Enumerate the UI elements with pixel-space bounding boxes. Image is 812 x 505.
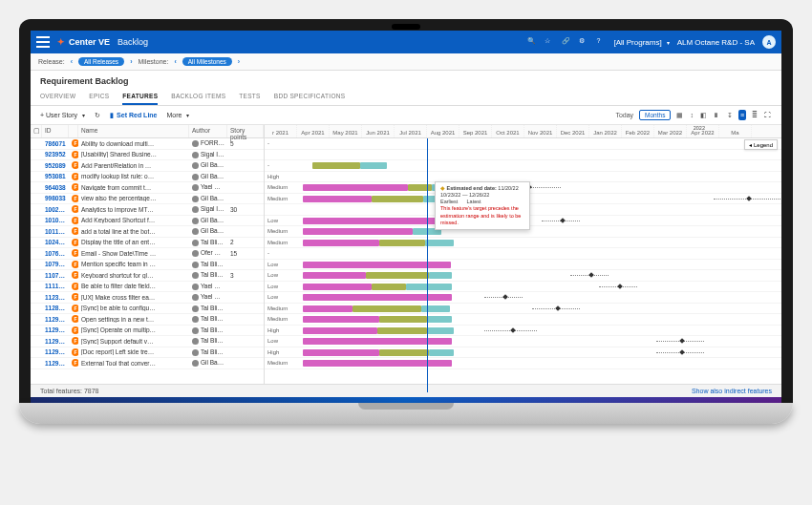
gantt-view-icon[interactable]: ≡ xyxy=(738,110,746,120)
feature-id-link[interactable]: 998033 xyxy=(42,195,69,201)
list-view-icon[interactable]: ≣ xyxy=(751,111,759,120)
feature-id-link[interactable]: 923952 xyxy=(42,151,69,158)
feature-id-link[interactable]: 1011461 xyxy=(42,228,69,235)
feature-id-link[interactable]: 952089 xyxy=(42,162,69,169)
table-row[interactable]: 923952F[Usability] Shared Busine…Sigal I… xyxy=(31,150,264,161)
gantt-bar[interactable] xyxy=(303,196,372,202)
gantt-bar[interactable] xyxy=(427,327,454,334)
link-icon[interactable]: 🔗 xyxy=(562,37,571,47)
table-row[interactable]: 998033Fview also the percentage…Gil Back… xyxy=(31,194,264,205)
gantt-bar[interactable] xyxy=(406,284,452,290)
gantt-bar[interactable] xyxy=(372,196,423,202)
export-icon[interactable]: ↧ xyxy=(726,111,734,120)
set-red-line-button[interactable]: ▮ Set Red Line xyxy=(110,112,157,119)
refresh-button[interactable]: ↻ xyxy=(95,112,100,119)
feature-id-link[interactable]: 1002005 xyxy=(42,206,69,213)
table-row[interactable]: 1010166FAdd Keyboard Shortcut f…Gil Back… xyxy=(31,216,264,227)
feature-id-link[interactable]: 1129344 xyxy=(42,360,69,367)
program-selector[interactable]: [All Programs] xyxy=(613,38,669,47)
milestone-next-icon[interactable]: › xyxy=(238,58,240,65)
search-icon[interactable]: 🔍 xyxy=(527,37,537,47)
table-row[interactable]: 952089FAdd Parent/Relation in …Gil Backa… xyxy=(31,160,264,172)
col-id[interactable]: ID xyxy=(42,125,69,137)
tab-features[interactable]: FEATURES xyxy=(122,89,158,105)
col-name[interactable]: Name xyxy=(78,125,189,137)
gantt-bar[interactable] xyxy=(303,262,451,268)
gantt-bar[interactable] xyxy=(303,284,372,290)
feature-id-link[interactable]: 1129005 xyxy=(42,316,69,323)
feature-id-link[interactable]: 964038 xyxy=(42,184,69,191)
feature-id-link[interactable]: 1111118 xyxy=(42,283,69,289)
table-row[interactable]: 1129005FOpen settings in a new t…Tal Bli… xyxy=(31,314,264,326)
tab-epics[interactable]: EPICS xyxy=(89,89,109,105)
table-row[interactable]: 1002005FAnalytics to improve MT…Sigal Is… xyxy=(31,204,264,216)
table-row[interactable]: 1011461Fadd a total line at the bot…Gil … xyxy=(31,226,264,238)
gantt-bar[interactable] xyxy=(379,316,427,323)
help-icon[interactable]: ? xyxy=(596,37,606,47)
table-row[interactable]: 1107170FKeyboard shortcut for gl…Tal Bli… xyxy=(31,270,264,282)
gantt-bar[interactable] xyxy=(312,162,360,169)
today-label[interactable]: Today xyxy=(614,111,634,119)
tab-overview[interactable]: OVERVIEW xyxy=(40,89,75,105)
tab-tests[interactable]: TESTS xyxy=(239,89,260,105)
feature-id-link[interactable]: 1107170 xyxy=(42,272,69,279)
release-next-icon[interactable]: › xyxy=(130,58,132,65)
feature-id-link[interactable]: 1010166 xyxy=(42,217,69,223)
feature-id-link[interactable]: 1123205 xyxy=(42,294,69,301)
gantt-bar[interactable] xyxy=(303,218,446,224)
sort-icon[interactable]: ↕ xyxy=(689,111,694,119)
gantt-bar[interactable] xyxy=(303,338,452,345)
gantt-bar[interactable] xyxy=(408,184,432,191)
feature-id-link[interactable]: 1129011 xyxy=(42,326,69,333)
star-icon[interactable]: ☆ xyxy=(545,37,554,47)
legend-button[interactable]: ◂ Legend xyxy=(744,139,778,150)
col-author[interactable]: Author xyxy=(189,125,227,137)
columns-icon[interactable]: ⫼ xyxy=(713,111,721,119)
table-row[interactable]: 1024001FDisplay the title of an ent…Tal … xyxy=(31,238,264,249)
menu-icon[interactable] xyxy=(36,36,50,48)
gantt-bar[interactable] xyxy=(429,349,454,356)
gantt-bar[interactable] xyxy=(303,240,379,246)
table-row[interactable]: 1129011F[Sync] Operate on multip…Tal Bli… xyxy=(31,326,264,337)
table-row[interactable]: 1079095FMention specific team in …Tal Bl… xyxy=(31,260,264,271)
milestone-prev-icon[interactable]: ‹ xyxy=(174,58,176,65)
table-row[interactable]: 964038FNavigate from commit t…Yael Peis… xyxy=(31,182,264,194)
gantt-bar[interactable] xyxy=(303,294,452,301)
tab-bdd[interactable]: BDD SPECIFICATIONS xyxy=(274,89,346,105)
feature-id-link[interactable]: 1128012 xyxy=(42,305,69,311)
feature-id-link[interactable]: 1129012 xyxy=(42,338,69,345)
gantt-bar[interactable] xyxy=(429,272,452,279)
gantt-bar[interactable] xyxy=(421,305,450,312)
gantt-bar[interactable] xyxy=(425,240,454,246)
table-row[interactable]: 1129014F[Doc report] Left side tre…Tal B… xyxy=(31,347,264,359)
table-row[interactable]: 953081Fmodify lookup list rule: o…Gil Ba… xyxy=(31,172,264,183)
table-row[interactable]: 1129344FExternal Tool that conver…Gil Ba… xyxy=(31,358,264,369)
feature-id-link[interactable]: 1024001 xyxy=(42,239,69,245)
table-row[interactable]: 786071FAbility to download multi…FORREST… xyxy=(31,138,264,150)
gear-icon[interactable]: ⚙ xyxy=(579,37,588,47)
gantt-bar[interactable] xyxy=(303,349,379,356)
gantt-bar[interactable] xyxy=(427,316,452,323)
feature-id-link[interactable]: 953081 xyxy=(42,173,69,179)
gantt-bar[interactable] xyxy=(303,305,353,312)
tab-backlog-items[interactable]: BACKLOG ITEMS xyxy=(171,89,225,105)
feature-id-link[interactable]: 1079095 xyxy=(42,261,69,267)
table-row[interactable]: 1123205F[UX] Make cross filter ea…Yael P… xyxy=(31,292,264,304)
gantt-bar[interactable] xyxy=(303,316,379,323)
gantt-bar[interactable] xyxy=(360,162,387,169)
gantt-bar[interactable] xyxy=(303,360,452,367)
gantt-bar[interactable] xyxy=(303,272,366,279)
table-row[interactable]: 1111118FBe able to filter date field…Yae… xyxy=(31,282,264,293)
feature-id-link[interactable]: 786071 xyxy=(42,140,69,147)
group-icon[interactable]: ◧ xyxy=(699,111,708,120)
table-row[interactable]: 1128012F[Sync] be able to configu…Tal Bl… xyxy=(31,304,264,315)
avatar[interactable]: A xyxy=(762,35,776,49)
gantt-bar[interactable] xyxy=(303,327,377,334)
release-prev-icon[interactable]: ‹ xyxy=(71,58,73,65)
timescale-selector[interactable]: Months xyxy=(639,110,671,120)
gantt-bar[interactable] xyxy=(366,272,429,279)
gantt-bar[interactable] xyxy=(377,327,427,334)
feature-id-link[interactable]: 1076078 xyxy=(42,250,69,257)
release-chip[interactable]: All Releases xyxy=(78,57,124,66)
gantt-bar[interactable] xyxy=(379,240,425,246)
